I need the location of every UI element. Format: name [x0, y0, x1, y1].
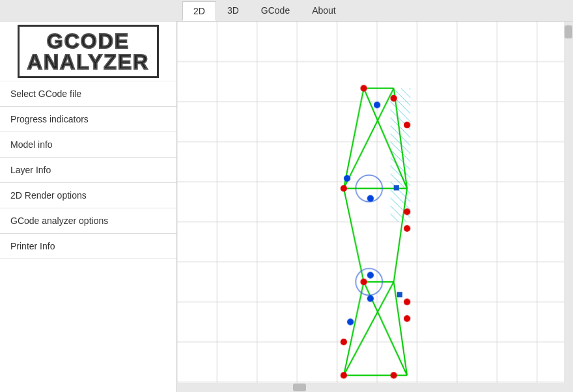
logo-line1: GCODE — [27, 31, 149, 51]
sidebar: GCODE ANALYZER Select GCode file Progres… — [0, 21, 177, 392]
canvas-area — [177, 21, 573, 392]
main-layout: GCODE ANALYZER Select GCode file Progres… — [0, 21, 573, 392]
tab-2d[interactable]: 2D — [182, 1, 216, 21]
logo-text: GCODE ANALYZER — [27, 31, 149, 72]
tab-3d[interactable]: 3D — [216, 1, 250, 20]
sidebar-item-progress-indicators[interactable]: Progress indicators — [0, 107, 176, 132]
sidebar-item-2d-render-options[interactable]: 2D Render options — [0, 183, 176, 208]
scroll-thumb-vertical[interactable] — [565, 25, 572, 38]
logo-line2: ANALYZER — [27, 51, 149, 72]
scroll-thumb-horizontal[interactable] — [293, 384, 306, 391]
scrollbar-right[interactable] — [564, 21, 573, 392]
sidebar-item-printer-info[interactable]: Printer Info — [0, 234, 176, 259]
logo-box: GCODE ANALYZER — [18, 25, 159, 78]
tab-bar: 2D 3D GCode About — [0, 0, 573, 21]
render-canvas[interactable] — [177, 21, 573, 392]
sidebar-item-gcode-analyzer-options[interactable]: GCode analyzer options — [0, 208, 176, 234]
sidebar-item-select-gcode[interactable]: Select GCode file — [0, 81, 176, 107]
logo-area: GCODE ANALYZER — [0, 21, 176, 81]
scrollbar-bottom[interactable] — [177, 383, 564, 392]
sidebar-item-layer-info[interactable]: Layer Info — [0, 158, 176, 183]
tab-about[interactable]: About — [301, 1, 347, 20]
sidebar-item-model-info[interactable]: Model info — [0, 132, 176, 158]
tab-gcode[interactable]: GCode — [250, 1, 301, 20]
